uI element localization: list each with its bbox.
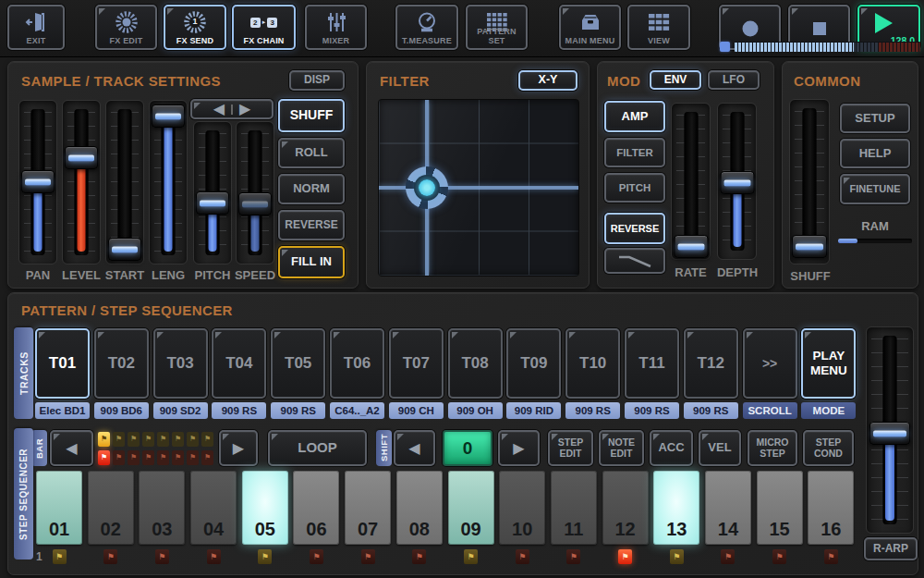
track-button-t09[interactable]: T09 <box>506 328 561 399</box>
step-cond-button[interactable]: STEP COND <box>803 430 854 466</box>
mod-rate-handle[interactable] <box>674 235 708 258</box>
finetune-button[interactable]: FINETUNE <box>840 174 910 204</box>
fx-edit-button[interactable]: FX EDIT <box>95 5 157 50</box>
t-measure-button[interactable]: T.MEASURE <box>395 5 458 50</box>
step-pad-12[interactable]: 12 <box>602 471 649 545</box>
step-pad-09[interactable]: 09 <box>448 471 494 545</box>
track-button-t06[interactable]: T06 <box>330 328 384 399</box>
step-pad-08[interactable]: 08 <box>396 471 443 545</box>
prev-sample-arrow-icon[interactable] <box>213 102 225 117</box>
start-slider-handle[interactable] <box>108 238 141 261</box>
help-button[interactable]: HELP <box>840 139 910 168</box>
step-pad-14[interactable]: 14 <box>705 471 751 545</box>
lfo-button[interactable]: LFO <box>708 70 760 90</box>
sample-prev-next-button[interactable] <box>190 99 274 119</box>
step-pad-01[interactable]: 01 <box>36 471 82 545</box>
mod-reverse-button[interactable]: REVERSE <box>604 213 665 244</box>
bar-mute-icon[interactable] <box>128 450 140 465</box>
bar-page-icon-active[interactable] <box>98 432 110 447</box>
roll-button[interactable]: ROLL <box>278 138 345 168</box>
mod-rate-slider[interactable] <box>671 103 711 260</box>
main-menu-button[interactable]: MAIN MENU <box>559 5 621 50</box>
sequencer-right-slider-handle[interactable] <box>869 422 910 445</box>
bar-mute-icon[interactable] <box>113 450 125 465</box>
disp-button[interactable]: DISP <box>289 70 345 91</box>
track-button-t03[interactable]: T03 <box>153 328 208 399</box>
sample-chip-t12[interactable]: 909 RS <box>684 402 738 419</box>
sample-chip-t11[interactable]: 909 RS <box>625 402 679 419</box>
loop-button[interactable]: LOOP <box>268 430 367 466</box>
speed-slider[interactable] <box>236 121 274 264</box>
step-pad-06[interactable]: 06 <box>293 471 339 545</box>
common-shuffle-slider[interactable] <box>789 99 830 264</box>
step-pad-10[interactable]: 10 <box>499 471 545 545</box>
bar-mute-icon[interactable] <box>187 450 199 465</box>
play-menu-button[interactable]: PLAY MENU <box>801 328 856 399</box>
micro-step-button[interactable]: MICRO STEP <box>748 430 797 466</box>
fill-in-button[interactable]: FILL IN <box>278 246 345 278</box>
step-pad-04[interactable]: 04 <box>190 471 237 545</box>
mixer-button[interactable]: MIXER <box>305 5 367 50</box>
sample-chip-t10[interactable]: 909 RS <box>565 402 620 419</box>
norm-button[interactable]: NORM <box>278 174 345 204</box>
common-shuffle-handle[interactable] <box>792 235 827 258</box>
speed-slider-handle[interactable] <box>238 192 272 215</box>
note-edit-button[interactable]: NOTE EDIT <box>599 430 644 466</box>
fx-send-button[interactable]: 1 FX SEND <box>164 5 226 50</box>
bar-page-icon[interactable] <box>113 432 125 447</box>
track-button-t07[interactable]: T07 <box>389 328 444 399</box>
shift-prev-button[interactable] <box>394 430 435 466</box>
track-button-t04[interactable]: T04 <box>212 328 266 399</box>
step-pad-05[interactable]: 05 <box>242 471 288 545</box>
track-button-t05[interactable]: T05 <box>271 328 325 399</box>
level-slider-handle[interactable] <box>65 146 98 169</box>
track-button-t01[interactable]: T01 <box>35 328 90 399</box>
step-edit-button[interactable]: STEP EDIT <box>548 430 593 466</box>
pan-slider[interactable] <box>18 100 57 264</box>
vel-button[interactable]: VEL <box>699 430 741 466</box>
bar-mute-icon[interactable] <box>157 450 169 465</box>
sample-chip-t02[interactable]: 909 BD6 <box>94 402 149 419</box>
fx-chain-button[interactable]: 2 ▸ 3 FX CHAIN <box>232 5 296 50</box>
exit-button[interactable]: EXIT <box>7 5 65 50</box>
sample-chip-t04[interactable]: 909 RS <box>212 402 266 419</box>
bar-mute-icon[interactable] <box>201 450 213 465</box>
mod-env-shape-button[interactable] <box>604 248 665 274</box>
bar-prev-button[interactable] <box>50 430 93 466</box>
sample-chip-t03[interactable]: 909 SD2 <box>153 402 208 419</box>
step-pad-13[interactable]: 13 <box>653 471 699 545</box>
setup-button[interactable]: SETUP <box>840 104 910 133</box>
mod-amp-button[interactable]: AMP <box>604 101 665 132</box>
level-slider[interactable] <box>62 100 101 264</box>
bar-page-icon[interactable] <box>187 432 199 447</box>
step-pad-03[interactable]: 03 <box>139 471 185 545</box>
reverse-button[interactable]: REVERSE <box>278 210 345 240</box>
sample-chip-t07[interactable]: 909 CH <box>389 402 444 419</box>
pitch-slider-handle[interactable] <box>196 191 229 215</box>
leng-slider-handle[interactable] <box>152 105 185 128</box>
bar-page-icon[interactable] <box>157 432 169 447</box>
mod-depth-handle[interactable] <box>720 171 754 194</box>
track-button-t02[interactable]: T02 <box>94 328 149 399</box>
sample-chip-t08[interactable]: 909 OH <box>448 402 503 419</box>
env-button[interactable]: ENV <box>650 70 701 90</box>
step-pad-07[interactable]: 07 <box>345 471 391 545</box>
sample-chip-t01[interactable]: Elec BD1 <box>35 402 90 419</box>
step-pad-16[interactable]: 16 <box>808 471 854 545</box>
next-sample-arrow-icon[interactable] <box>239 102 250 117</box>
sample-chip-t05[interactable]: 909 RS <box>271 402 325 419</box>
bar-page-icon[interactable] <box>172 432 184 447</box>
pitch-slider[interactable] <box>193 121 232 264</box>
filter-xy-pad[interactable] <box>378 99 579 277</box>
r-arp-button[interactable]: R-ARP <box>864 537 918 560</box>
bar-page-icon[interactable] <box>128 432 140 447</box>
track-button-t12[interactable]: T12 <box>684 328 738 399</box>
view-button[interactable]: VIEW <box>627 5 690 50</box>
step-pad-15[interactable]: 15 <box>757 471 803 545</box>
shift-next-button[interactable] <box>498 430 540 466</box>
track-button-t11[interactable]: T11 <box>625 328 679 399</box>
track-scroll-button[interactable]: >> <box>743 328 797 399</box>
acc-button[interactable]: ACC <box>650 430 693 466</box>
xy-puck-handle[interactable] <box>406 166 448 209</box>
bar-page-icon[interactable] <box>142 432 154 447</box>
